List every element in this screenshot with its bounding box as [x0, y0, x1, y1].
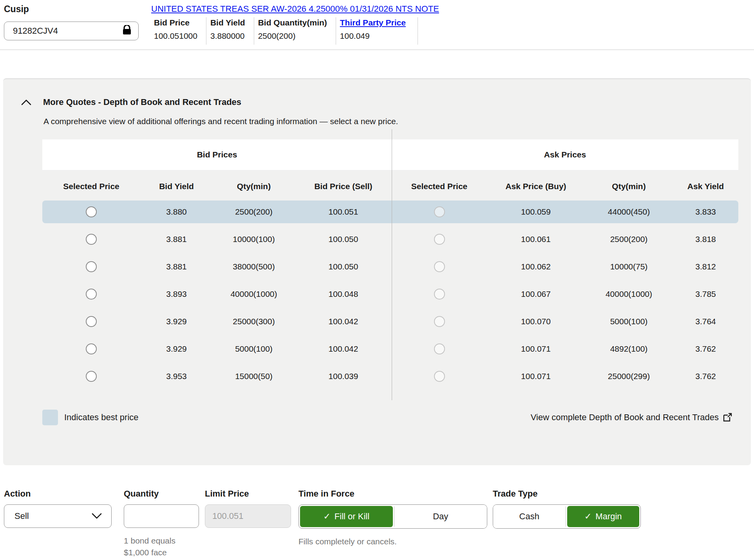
table-row-best-price: 3.880 2500(200) 100.051 100.059 44000(45…: [42, 201, 738, 223]
stat-third-party-price: Third Party Price 100.049: [336, 17, 418, 45]
panel-collapse-toggle[interactable]: More Quotes - Depth of Book and Recent T…: [21, 97, 751, 107]
stat-bid-price: Bid Price 100.051000: [150, 17, 206, 45]
chevron-down-icon: [92, 513, 102, 519]
col-bid-qty: Qty(min): [213, 175, 295, 198]
trade-type-label: Trade Type: [493, 489, 641, 499]
table-row: 3.929 5000(100) 100.042 100.071 4892(100…: [42, 335, 738, 363]
header-divider: [0, 49, 754, 50]
quantity-helper: 1 bond equals $1,000 face: [124, 535, 199, 558]
ask-price-radio[interactable]: [434, 261, 445, 272]
time-in-force-field: Time in Force ✓ Fill or Kill Day Fills c…: [298, 489, 487, 558]
limit-price-label: Limit Price: [205, 489, 291, 499]
ask-price-radio[interactable]: [434, 316, 445, 327]
table-header-row: Selected Price Bid Yield Qty(min) Bid Pr…: [42, 175, 738, 198]
panel-description: A comprehensive view of additional offer…: [43, 117, 751, 126]
time-in-force-label: Time in Force: [298, 489, 487, 499]
quantity-label: Quantity: [124, 489, 199, 499]
col-ask-selected-price: Selected Price: [392, 175, 487, 198]
legend-text: Indicates best price: [64, 412, 139, 423]
bid-price-radio[interactable]: [86, 289, 97, 300]
bid-price-radio[interactable]: [86, 261, 97, 272]
day-option[interactable]: Day: [394, 505, 487, 528]
security-title-link[interactable]: UNITED STATES TREAS SER AW-2026 4.25000%…: [151, 4, 439, 14]
quote-stats: Bid Price 100.051000 Bid Yield 3.880000 …: [150, 17, 750, 45]
depth-of-book-panel: More Quotes - Depth of Book and Recent T…: [3, 78, 751, 465]
chevron-up-icon: [21, 99, 31, 105]
quote-header: Cusip 91282CJV4 UNITED STATES TREAS SER …: [0, 0, 754, 45]
limit-price-field: Limit Price: [205, 489, 291, 558]
col-ask-qty: Qty(min): [585, 175, 673, 198]
bid-price-radio[interactable]: [86, 206, 97, 217]
table-row: 3.881 10000(100) 100.050 100.061 2500(20…: [42, 226, 738, 253]
order-form: Action Sell Quantity 1 bond equals $1,00…: [4, 489, 641, 558]
bid-price-radio[interactable]: [86, 234, 97, 245]
ask-prices-title: Ask Prices: [392, 139, 738, 170]
col-ask-price-buy: Ask Price (Buy): [487, 175, 585, 198]
cusip-input[interactable]: 91282CJV4: [4, 22, 139, 40]
table-row: 3.893 40000(1000) 100.048 100.067 40000(…: [42, 280, 738, 308]
fill-or-kill-option[interactable]: ✓ Fill or Kill: [300, 506, 393, 527]
limit-price-input: [205, 504, 291, 528]
col-bid-price-sell: Bid Price (Sell): [295, 175, 392, 198]
time-in-force-toggle: ✓ Fill or Kill Day: [298, 504, 487, 529]
action-field: Action Sell: [4, 489, 112, 558]
cusip-value: 91282CJV4: [13, 26, 58, 36]
ask-price-radio[interactable]: [434, 371, 445, 382]
section-title-band: Bid Prices Ask Prices: [42, 139, 738, 170]
time-in-force-helper: Fills completely or cancels.: [298, 536, 487, 547]
view-depth-of-book-link[interactable]: View complete Depth of Book and Recent T…: [531, 412, 732, 423]
trade-type-field: Trade Type Cash ✓ Margin: [493, 489, 641, 558]
ask-price-radio[interactable]: [434, 206, 445, 217]
cusip-label: Cusip: [4, 3, 148, 14]
check-icon: ✓: [323, 511, 330, 522]
bid-price-radio[interactable]: [86, 316, 97, 327]
bid-prices-title: Bid Prices: [42, 139, 392, 170]
col-ask-yield: Ask Yield: [673, 175, 738, 198]
trade-type-toggle: Cash ✓ Margin: [493, 504, 641, 529]
table-row: 3.881 38000(500) 100.050 100.062 10000(7…: [42, 253, 738, 280]
best-price-swatch: [42, 410, 58, 425]
bid-ask-divider: [392, 129, 392, 400]
table-row: 3.953 15000(50) 100.039 100.071 25000(29…: [42, 363, 738, 390]
ask-price-radio[interactable]: [434, 289, 445, 300]
bid-price-radio[interactable]: [86, 371, 97, 382]
depth-of-book-table: Bid Prices Ask Prices Selected Price Bid…: [42, 139, 738, 390]
stat-bid-yield: Bid Yield 3.880000: [206, 17, 254, 45]
table-row: 3.929 25000(300) 100.042 100.070 5000(10…: [42, 308, 738, 335]
bid-price-radio[interactable]: [86, 343, 97, 354]
third-party-price-link[interactable]: Third Party Price: [340, 18, 406, 27]
col-bid-selected-price: Selected Price: [42, 175, 140, 198]
lock-icon: [123, 25, 131, 37]
external-link-icon: [723, 413, 732, 422]
quantity-input[interactable]: [124, 504, 199, 528]
check-icon: ✓: [584, 511, 591, 522]
stat-bid-quantity: Bid Quantity(min) 2500(200): [254, 17, 336, 45]
best-price-legend: Indicates best price: [42, 410, 139, 425]
margin-option[interactable]: ✓ Margin: [567, 506, 640, 527]
cash-option[interactable]: Cash: [493, 505, 566, 528]
quantity-field: Quantity 1 bond equals $1,000 face: [124, 489, 199, 558]
action-select[interactable]: Sell: [4, 504, 112, 528]
action-label: Action: [4, 489, 112, 499]
ask-price-radio[interactable]: [434, 234, 445, 245]
action-selected-value: Sell: [14, 511, 29, 521]
ask-price-radio[interactable]: [434, 343, 445, 354]
panel-title: More Quotes - Depth of Book and Recent T…: [43, 97, 241, 107]
col-bid-yield: Bid Yield: [140, 175, 213, 198]
